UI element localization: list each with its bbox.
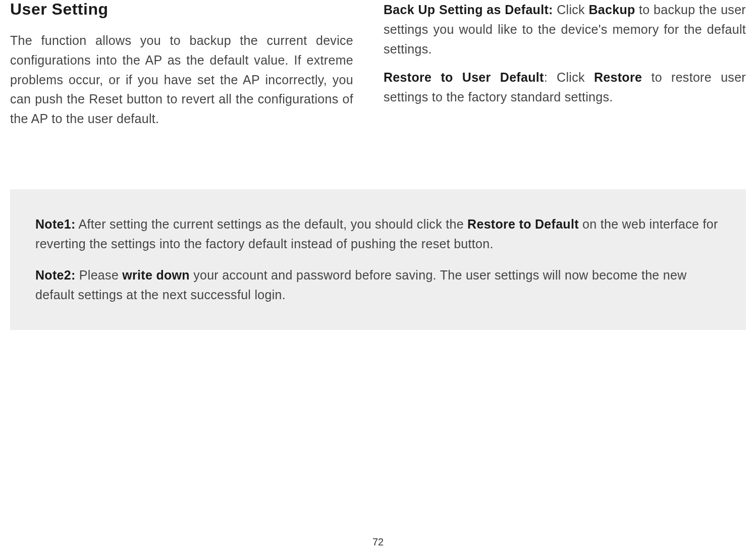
note1-bold1: Restore to Default [467, 217, 579, 231]
notes-box: Note1: After setting the current setting… [10, 189, 746, 330]
restore-paragraph: Restore to User Default: Click Restore t… [384, 68, 746, 107]
note1: Note1: After setting the current setting… [35, 214, 721, 254]
restore-label: Restore to User Default [384, 70, 544, 84]
note2-label: Note2: [35, 268, 76, 282]
note2-text1: Please [76, 268, 123, 282]
page-number: 72 [372, 536, 384, 548]
note1-label: Note1: [35, 217, 76, 231]
note2: Note2: Please write down your account an… [35, 265, 721, 305]
restore-action: Restore [594, 70, 642, 84]
backup-paragraph: Back Up Setting as Default: Click Backup… [384, 0, 746, 59]
section-heading: User Setting [10, 0, 353, 19]
note1-text1: After setting the current settings as th… [76, 217, 468, 231]
left-column: User Setting The function allows you to … [10, 0, 353, 129]
backup-label: Back Up Setting as Default: [384, 3, 553, 17]
right-column: Back Up Setting as Default: Click Backup… [384, 0, 746, 129]
left-paragraph: The function allows you to backup the cu… [10, 31, 353, 129]
backup-prefix: Click [553, 3, 589, 17]
restore-prefix: : Click [544, 70, 594, 84]
note2-bold1: write down [122, 268, 190, 282]
backup-action: Backup [588, 3, 635, 17]
